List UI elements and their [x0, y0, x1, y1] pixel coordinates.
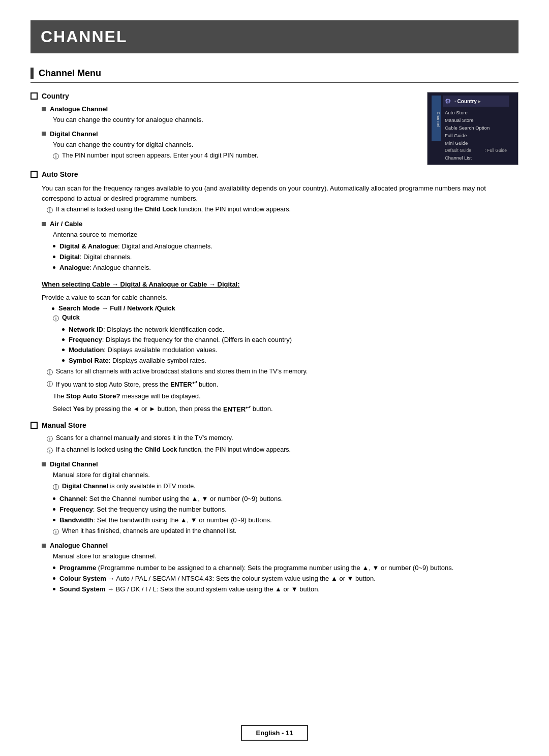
- digital-bullet-bandwidth: Bandwidth: Set the bandwidth using the ▲…: [53, 516, 518, 525]
- manual-scan-text: Scans for a channel manually and stores …: [56, 434, 233, 442]
- tv-default-guide-label: Default Guide: [445, 148, 471, 153]
- quick-bullet-frequency: Frequency: Displays the frequency for th…: [62, 335, 518, 344]
- filled-square-icon-3: [42, 222, 46, 226]
- cable-heading: When selecting Cable → Digital & Analogu…: [42, 279, 518, 290]
- manual-store-heading: Manual Store: [42, 421, 86, 429]
- bullet-dot-search: [52, 307, 54, 310]
- air-cable-subheading: Air / Cable: [42, 220, 518, 228]
- bullet-dot-freq2: [53, 508, 55, 511]
- quick-bullets: Network ID: Displays the network identif…: [62, 325, 518, 365]
- tv-menu-box: Channel ⚙ · Country ► Auto Store Manual …: [427, 92, 518, 165]
- filled-square-icon-2: [42, 132, 46, 136]
- note-icon-dtv: ⓘ: [53, 483, 59, 492]
- manual-analogue-intro: Manual store for analogue channel.: [53, 551, 518, 561]
- auto-store-childlock-text: If a channel is locked using the Child L…: [56, 206, 291, 213]
- manual-store-heading-row: Manual Store: [30, 421, 518, 429]
- section-title: Channel Menu: [39, 68, 101, 79]
- manual-analogue-subheading: Analogue Channel: [42, 542, 518, 549]
- tv-menu-top-row: ⚙ · Country ►: [443, 96, 509, 107]
- manual-store-checkbox-icon: [30, 422, 38, 429]
- auto-store-childlock-note: ⓘ If a channel is locked using the Child…: [47, 206, 518, 215]
- tv-item-manual-store[interactable]: Manual Store: [443, 116, 509, 124]
- note-icon-manual-childlock: ⓘ: [47, 447, 53, 455]
- tv-item-cable-search[interactable]: Cable Search Option: [443, 124, 509, 132]
- note-icon-childlock: ⓘ: [47, 206, 53, 215]
- digital-channel-text: You can change the country for digital c…: [53, 140, 417, 150]
- bullet-dot-sound: [53, 588, 55, 590]
- digital-bullets: Channel: Set the Channel number using th…: [53, 494, 518, 525]
- tv-sidebar: Channel: [432, 96, 441, 141]
- note-icon: ⓘ: [53, 152, 59, 161]
- digital-bullet-frequency: Frequency: Set the frequency using the n…: [53, 505, 518, 514]
- cable-intro: Provide a value to scan for cable channe…: [42, 293, 518, 303]
- quick-bullet-modulation: Modulation: Displays available modulatio…: [62, 345, 518, 355]
- tv-item-full-guide[interactable]: Full Guide: [443, 132, 509, 139]
- quick-label: Quick: [62, 314, 80, 321]
- note-icon-manual-scan: ⓘ: [47, 435, 53, 444]
- manual-scan-note: ⓘ Scans for a channel manually and store…: [47, 434, 518, 444]
- analogue-channel-label: Analogue Channel: [50, 105, 108, 113]
- pin-note-text: The PIN number input screen appears. Ent…: [62, 152, 258, 159]
- country-heading: Country: [42, 92, 69, 100]
- analogue-bullet-colour: Colour System → Auto / PAL / SECAM / NTS…: [53, 574, 518, 583]
- country-heading-row: Country: [30, 92, 417, 100]
- bullet-dot-freq: [62, 338, 65, 341]
- air-cable-bullets: Digital & Analogue: Digital and Analogue…: [53, 242, 518, 273]
- bullet-dot: [53, 245, 55, 247]
- note-icon-scan: ⓘ: [47, 368, 53, 377]
- bullet-dot-colour: [53, 577, 55, 580]
- bullet-dot-channel: [53, 497, 55, 500]
- manual-digital-subheading: Digital Channel: [42, 460, 518, 468]
- filled-square-icon-analogue: [42, 544, 46, 548]
- quick-bullet-symbol: Symbol Rate: Displays available symbol r…: [62, 356, 518, 365]
- finished-note: ⓘ When it has finished, channels are upd…: [53, 527, 518, 537]
- tv-item-mini-guide[interactable]: Mini Guide: [443, 139, 509, 147]
- auto-store-heading-row: Auto Store: [30, 170, 518, 178]
- digital-bullet-channel: Channel: Set the Channel number using th…: [53, 494, 518, 503]
- tv-arrow-icon: ►: [477, 99, 482, 104]
- select-yes-text: Select Yes by pressing the ◄ or ► button…: [53, 403, 518, 414]
- analogue-channel-subheading: Analogue Channel: [42, 105, 417, 113]
- bullet-dot-2: [53, 256, 55, 258]
- digital-dtv-note: ⓘ Digital Channel is only available in D…: [53, 483, 518, 492]
- air-cable-label: Air / Cable: [50, 220, 82, 228]
- note-icon-quick: ⓘ: [53, 314, 59, 323]
- auto-store-content: You can scan for the frequency ranges av…: [42, 183, 518, 414]
- stop-message-text: The Stop Auto Store? message will be dis…: [53, 391, 518, 401]
- note-icon-stop: ⓘ: [47, 380, 53, 389]
- country-details: Analogue Channel You can change the coun…: [42, 105, 417, 161]
- filled-square-icon-manual: [42, 462, 46, 466]
- manual-store-section: Manual Store ⓘ Scans for a channel manua…: [30, 421, 518, 594]
- auto-store-section: Auto Store You can scan for the frequenc…: [30, 170, 518, 414]
- scan-note-text: Scans for all channels with active broad…: [56, 368, 308, 375]
- filled-square-icon: [42, 107, 46, 111]
- tv-item-channel-list[interactable]: Channel List: [443, 154, 509, 162]
- bullet-dot-mod: [62, 349, 65, 351]
- scan-note: ⓘ Scans for all channels with active bro…: [47, 368, 518, 377]
- country-content: Country Analogue Channel You can change …: [30, 92, 417, 165]
- section-heading-bar-icon: [30, 68, 34, 79]
- footer-text: English - 11: [256, 729, 293, 737]
- tv-default-guide-row: Default Guide : Full Guide: [443, 147, 509, 154]
- bullet-dot-3: [53, 266, 55, 269]
- manual-analogue-label: Analogue Channel: [50, 542, 108, 549]
- manual-store-content: ⓘ Scans for a channel manually and store…: [42, 434, 518, 594]
- country-checkbox-icon: [30, 92, 38, 100]
- footer: English - 11: [0, 725, 549, 741]
- bullet-dot-symbol: [62, 359, 65, 362]
- antenna-source-text: Antenna source to memorize: [53, 230, 518, 240]
- tv-menu-list: ⚙ · Country ► Auto Store Manual Store Ca…: [443, 96, 509, 162]
- chapter-title-bar: CHANNEL: [30, 20, 518, 53]
- analogue-channel-text: You can change the country for analogue …: [53, 115, 417, 125]
- tv-item-auto-store[interactable]: Auto Store: [443, 109, 509, 116]
- section-heading: Channel Menu: [30, 68, 518, 83]
- chapter-title: CHANNEL: [41, 27, 508, 46]
- digital-channel-label: Digital Channel: [50, 130, 98, 138]
- analogue-bullet-programme: Programme (Programme number to be assign…: [53, 563, 518, 573]
- bullet-dot-programme: [53, 566, 55, 569]
- pin-note: ⓘ The PIN number input screen appears. E…: [53, 152, 417, 161]
- stop-note: ⓘ If you want to stop Auto Store, press …: [47, 380, 518, 389]
- digital-channel-subheading: Digital Channel: [42, 130, 417, 138]
- manual-childlock-note: ⓘ If a channel is locked using the Child…: [47, 446, 518, 455]
- quick-note: ⓘ Quick: [53, 314, 518, 323]
